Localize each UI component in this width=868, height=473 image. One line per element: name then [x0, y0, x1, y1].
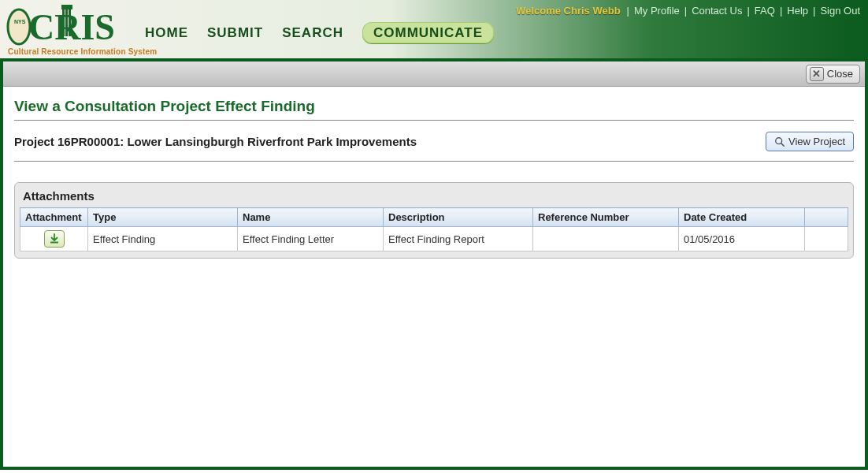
close-icon: ✕: [810, 67, 824, 81]
link-contact-us[interactable]: Contact Us: [692, 5, 742, 17]
th-date-created[interactable]: Date Created: [679, 208, 805, 227]
cell-name: Effect Finding Letter: [238, 227, 384, 251]
logo-subtitle: Cultural Resource Information System: [8, 47, 157, 56]
project-row: Project 16PR00001: Lower Lansingburgh Ri…: [14, 132, 854, 162]
cell-spare: [805, 227, 848, 251]
attachments-panel: Attachments Attachment Type Name Descrip…: [14, 182, 854, 259]
page-title: View a Consultation Project Effect Findi…: [14, 98, 854, 121]
download-attachment-button[interactable]: [44, 230, 65, 248]
close-button[interactable]: ✕ Close: [806, 65, 860, 84]
svg-rect-9: [50, 242, 58, 244]
toolbar: ✕ Close: [3, 61, 865, 87]
logo[interactable]: NYS CRIS: [6, 2, 132, 50]
link-my-profile[interactable]: My Profile: [634, 5, 680, 17]
th-attachment[interactable]: Attachment: [20, 208, 88, 227]
svg-rect-4: [62, 9, 65, 36]
search-icon: [774, 136, 785, 147]
th-type[interactable]: Type: [88, 208, 238, 227]
header-bar: NYS CRIS Cultural Resource Information S…: [0, 0, 868, 61]
attachments-table: Attachment Type Name Description Referen…: [20, 207, 848, 251]
table-row[interactable]: Effect Finding Effect Finding Letter Eff…: [20, 227, 848, 251]
cell-reference-number: [533, 227, 679, 251]
download-icon: [49, 233, 60, 244]
main-nav: HOME SUBMIT SEARCH COMMUNICATE: [145, 22, 494, 43]
svg-text:NYS: NYS: [14, 19, 26, 24]
attachments-heading: Attachments: [20, 188, 848, 207]
nav-search[interactable]: SEARCH: [282, 25, 343, 41]
cell-type: Effect Finding: [88, 227, 238, 251]
nav-submit[interactable]: SUBMIT: [207, 25, 263, 41]
svg-line-8: [781, 143, 785, 146]
th-description[interactable]: Description: [384, 208, 533, 227]
th-reference-number[interactable]: Reference Number: [533, 208, 679, 227]
svg-text:CRIS: CRIS: [28, 7, 115, 47]
view-project-button[interactable]: View Project: [766, 132, 854, 151]
content-frame: ✕ Close View a Consultation Project Effe…: [0, 61, 868, 470]
nav-home[interactable]: HOME: [145, 25, 188, 41]
link-faq[interactable]: FAQ: [755, 5, 775, 17]
svg-rect-5: [65, 9, 68, 36]
cell-description: Effect Finding Report: [384, 227, 533, 251]
nav-communicate[interactable]: COMMUNICATE: [362, 22, 494, 43]
cell-date-created: 01/05/2016: [679, 227, 805, 251]
welcome-text: Welcome Chris Webb: [516, 5, 620, 17]
th-name[interactable]: Name: [238, 208, 384, 227]
svg-rect-6: [69, 9, 71, 36]
link-sign-out[interactable]: Sign Out: [820, 5, 860, 17]
table-header-row: Attachment Type Name Description Referen…: [20, 208, 848, 227]
project-title: Project 16PR00001: Lower Lansingburgh Ri…: [14, 135, 417, 148]
cris-logo-icon: NYS CRIS: [6, 2, 132, 50]
close-button-label: Close: [827, 68, 853, 80]
view-project-label: View Project: [788, 136, 845, 147]
svg-point-0: [8, 9, 30, 44]
link-help[interactable]: Help: [787, 5, 808, 17]
th-spare: [805, 208, 848, 227]
top-links: Welcome Chris Webb | My Profile | Contac…: [516, 5, 860, 17]
svg-rect-3: [61, 5, 72, 9]
